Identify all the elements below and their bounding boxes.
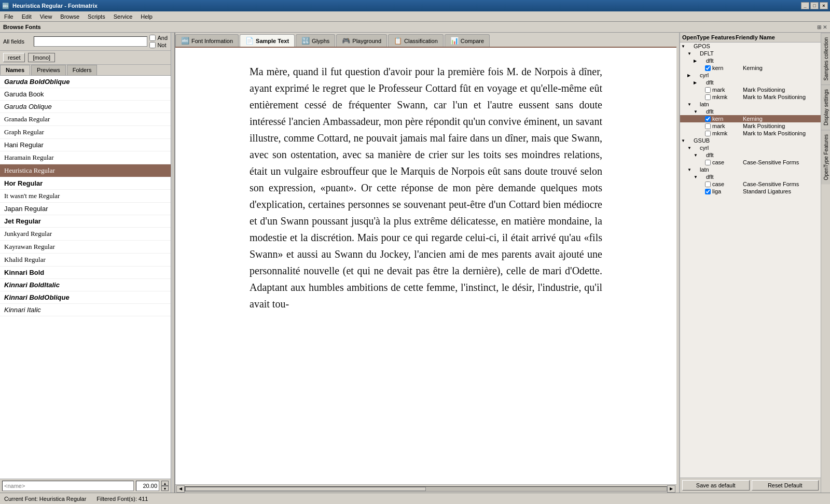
titlebar-controls[interactable]: _ □ ×: [801, 2, 828, 9]
font-list-item[interactable]: Garuda BoldOblique: [0, 76, 171, 88]
tree-arrow-gpos-dflt[interactable]: ▼: [687, 51, 693, 56]
tab-glyphs[interactable]: 🔣Glyphs: [296, 34, 335, 47]
size-input[interactable]: [136, 481, 159, 491]
tree-arrow-gpos-cyrl[interactable]: ▶: [687, 73, 693, 78]
filter-input[interactable]: [34, 36, 147, 47]
tree-node-gpos-dflt-dflt-kern[interactable]: kernKerning: [680, 64, 821, 72]
font-list-item[interactable]: Garuda Oblique: [0, 101, 171, 113]
size-up-button[interactable]: ▲: [161, 481, 169, 486]
tree-node-gpos-dflt-dflt[interactable]: ▶dflt: [680, 57, 821, 64]
text-area[interactable]: Ma mère, quand il fut question d'avoir p…: [175, 48, 676, 484]
tree-node-gsub-cyrl-dflt[interactable]: ▼dflt: [680, 151, 821, 159]
tab-folders[interactable]: Folders: [67, 65, 98, 75]
hscroll-thumb[interactable]: [185, 487, 426, 491]
menu-file[interactable]: File: [0, 12, 18, 21]
tree-node-gpos-cyrl-dflt[interactable]: ▶dflt: [680, 79, 821, 86]
tree-node-gpos-latn[interactable]: ▼latn: [680, 101, 821, 108]
font-list-item[interactable]: Hani Regular: [0, 139, 171, 151]
tree-node-gpos-cyrl-dflt-mark[interactable]: markMark Positioning: [680, 86, 821, 93]
font-list-item[interactable]: Graph Regular: [0, 126, 171, 139]
tree-arrow-gpos-latn-dflt[interactable]: ▼: [694, 109, 699, 114]
save-default-button[interactable]: Save as default: [682, 480, 750, 491]
menu-scripts[interactable]: Scripts: [84, 12, 109, 21]
maximize-button[interactable]: □: [810, 2, 819, 9]
font-list-item[interactable]: It wasn't me Regular: [0, 190, 171, 203]
tab-font-information[interactable]: 🔤Font Information: [175, 34, 239, 47]
font-list-item[interactable]: Khalid Regular: [0, 254, 171, 267]
tree-arrow-gpos-cyrl-dflt[interactable]: ▶: [694, 80, 699, 85]
tree-node-gsub-cyrl[interactable]: ▼cyrl: [680, 144, 821, 151]
tree-node-gsub-latn-dflt[interactable]: ▼dflt: [680, 173, 821, 180]
tree-arrow-gsub-cyrl-dflt[interactable]: ▼: [694, 153, 699, 158]
font-list-item[interactable]: Kinnari Bold: [0, 267, 171, 279]
ot-check-gsub-latn-dflt-liga[interactable]: [705, 189, 711, 194]
ot-check-gpos-cyrl-dflt-mkmk[interactable]: [705, 94, 711, 100]
font-list-item[interactable]: Jet Regular: [0, 215, 171, 228]
tree-arrow-gpos-dflt-dflt[interactable]: ▶: [694, 59, 699, 63]
tree-arrow-gsub-cyrl[interactable]: ▼: [687, 146, 693, 150]
vtab-opentype[interactable]: OpenType Features: [821, 130, 830, 184]
tree-node-gsub-latn-dflt-case[interactable]: caseCase-Sensitive Forms: [680, 180, 821, 188]
tree-node-gpos-latn-dflt-mkmk[interactable]: mkmkMark to Mark Positioning: [680, 130, 821, 137]
font-list-item[interactable]: Japan Regular: [0, 203, 171, 215]
font-list-item[interactable]: Garuda Book: [0, 88, 171, 101]
ot-check-gpos-latn-dflt-kern[interactable]: [705, 116, 711, 122]
tree-node-gsub-latn[interactable]: ▼latn: [680, 166, 821, 173]
vtab-samples[interactable]: Samples collection: [821, 33, 830, 85]
minimize-button[interactable]: _: [801, 2, 809, 9]
tab-names[interactable]: Names: [0, 65, 30, 75]
ot-check-gpos-latn-dflt-mark[interactable]: [705, 123, 711, 129]
tree-node-gpos-cyrl-dflt-mkmk[interactable]: mkmkMark to Mark Positioning: [680, 93, 821, 101]
tab-playground[interactable]: 🎮Playground: [336, 34, 387, 47]
tree-arrow-gsub-latn-dflt[interactable]: ▼: [694, 175, 699, 179]
tab-compare[interactable]: 📊Compare: [445, 34, 490, 47]
hscroll-right-button[interactable]: ▶: [667, 485, 675, 493]
ot-check-gpos-cyrl-dflt-mark[interactable]: [705, 87, 711, 93]
tree-node-gsub-cyrl-dflt-case[interactable]: caseCase-Sensitive Forms: [680, 159, 821, 166]
ot-check-gpos-latn-dflt-mkmk[interactable]: [705, 131, 711, 136]
hscroll-track[interactable]: [185, 486, 667, 492]
tree-node-gpos-cyrl[interactable]: ▶cyrl: [680, 72, 821, 79]
font-list-item[interactable]: Granada Regular: [0, 113, 171, 126]
tree-node-gpos-latn-dflt-kern[interactable]: kernKerning: [680, 115, 821, 122]
tree-node-gpos-dflt[interactable]: ▼DFLT: [680, 50, 821, 57]
ot-check-gpos-dflt-dflt-kern[interactable]: [705, 65, 711, 71]
tree-arrow-gpos[interactable]: ▼: [681, 44, 686, 49]
menu-view[interactable]: View: [36, 12, 57, 21]
ot-check-gsub-latn-dflt-case[interactable]: [705, 181, 711, 187]
menu-service[interactable]: Service: [109, 12, 137, 21]
tree-node-gsub-latn-dflt-liga[interactable]: ligaStandard Ligatures: [680, 188, 821, 195]
font-list-item[interactable]: Junkyard Regular: [0, 228, 171, 241]
close-button[interactable]: ×: [820, 2, 828, 9]
menu-browse[interactable]: Browse: [56, 12, 84, 21]
tree-node-gsub[interactable]: ▼GSUB: [680, 137, 821, 144]
font-list-item[interactable]: Kinnari BoldOblique: [0, 291, 171, 304]
tab-classification[interactable]: 📋Classification: [388, 34, 444, 47]
tab-sample-text[interactable]: 📄Sample Text: [240, 34, 295, 47]
tree-arrow-gsub[interactable]: ▼: [681, 138, 686, 143]
font-list-item[interactable]: Haramain Regular: [0, 151, 171, 164]
tree-node-gpos[interactable]: ▼GPOS: [680, 43, 821, 50]
vtab-display[interactable]: Display settings: [821, 85, 830, 130]
font-list-item[interactable]: Kinnari BoldItalic: [0, 279, 171, 291]
size-down-button[interactable]: ▼: [161, 486, 169, 491]
menu-edit[interactable]: Edit: [18, 12, 36, 21]
name-input[interactable]: [2, 481, 134, 491]
tree-arrow-gpos-latn[interactable]: ▼: [687, 102, 693, 107]
and-checkbox[interactable]: [149, 35, 156, 41]
font-list-item[interactable]: Heuristica Regular: [0, 164, 171, 177]
font-list-item[interactable]: Kayrawan Regular: [0, 241, 171, 254]
not-checkbox[interactable]: [149, 42, 156, 48]
ot-check-gsub-cyrl-dflt-case[interactable]: [705, 160, 711, 165]
font-list-item[interactable]: Hor Regular: [0, 177, 171, 190]
menu-help[interactable]: Help: [136, 12, 157, 21]
tab-previews[interactable]: Previews: [31, 65, 66, 75]
font-list-item[interactable]: Kinnari Italic: [0, 304, 171, 316]
tree-node-gpos-latn-dflt[interactable]: ▼dflt: [680, 108, 821, 115]
reset-default-button[interactable]: Reset Default: [752, 480, 819, 491]
reset-button[interactable]: reset: [3, 53, 25, 62]
hscroll-left-button[interactable]: ◀: [176, 485, 185, 493]
tree-node-gpos-latn-dflt-mark[interactable]: markMark Positioning: [680, 122, 821, 130]
left-resize-handle[interactable]: [171, 33, 175, 493]
tree-arrow-gsub-latn[interactable]: ▼: [687, 167, 693, 172]
